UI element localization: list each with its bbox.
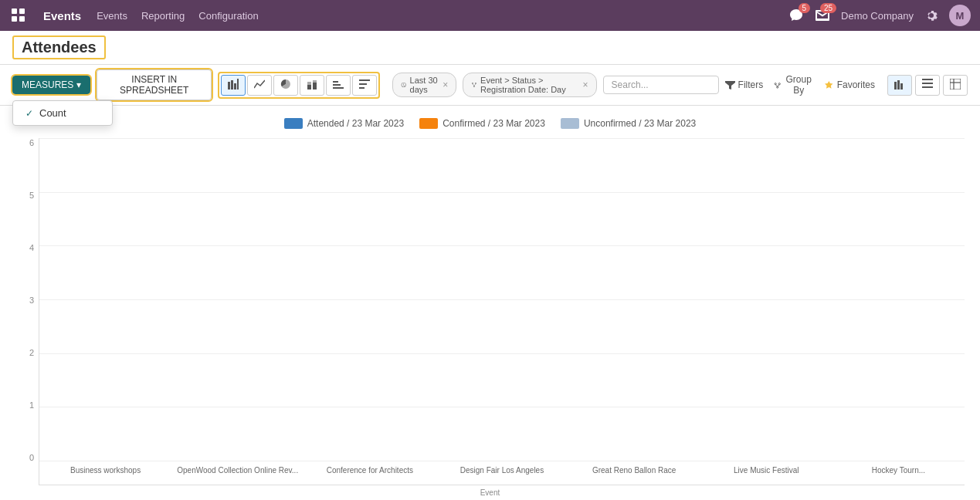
top-navigation: Events Events Reporting Configuration 5 … [0, 0, 980, 31]
svg-rect-7 [237, 79, 239, 90]
message-count: 25 [820, 3, 836, 13]
insert-spreadsheet-button[interactable]: INSERT IN SPREADSHEET [97, 69, 212, 100]
bar-group [829, 138, 961, 461]
svg-line-21 [473, 84, 474, 86]
legend-confirmed-color [419, 118, 438, 129]
bar-stack [853, 138, 938, 461]
bar-stack [328, 138, 413, 461]
toolbar: MEASURES ▾ INSERT IN SPREADSHEET Last 30… [0, 65, 980, 106]
x-label: Conference for Architects [303, 461, 436, 485]
svg-rect-29 [897, 80, 900, 90]
bar-group [568, 138, 699, 461]
menu-events[interactable]: Events [97, 10, 127, 22]
bar-group [305, 138, 436, 461]
settings-icon[interactable] [924, 8, 938, 22]
sort-desc-button[interactable] [352, 75, 377, 96]
y-axis: 6 5 4 3 2 1 0 [15, 138, 39, 485]
bar-group [175, 138, 306, 461]
legend-unconfirmed: Unconfirmed / 23 Mar 2023 [561, 118, 696, 129]
bar-group [699, 138, 830, 461]
list-view-button[interactable] [915, 75, 940, 96]
line-chart-button[interactable] [247, 75, 272, 96]
x-label: Business workshops [39, 461, 171, 485]
chart-area: Attended / 23 Mar 2023 Confirmed / 23 Ma… [0, 106, 980, 500]
measures-button[interactable]: MEASURES ▾ [12, 76, 90, 94]
svg-rect-30 [900, 83, 903, 90]
svg-rect-17 [359, 87, 365, 89]
filter-area: Last 30 days × Event > Status > Registra… [392, 73, 718, 97]
svg-rect-2 [12, 16, 17, 22]
bar-group [436, 138, 568, 461]
menu-configuration[interactable]: Configuration [198, 10, 258, 22]
x-label: OpenWood Collection Online Rev... [171, 461, 303, 485]
x-axis-title: Event [15, 488, 965, 497]
svg-point-20 [473, 86, 475, 87]
svg-rect-5 [231, 80, 233, 90]
date-filter-tag[interactable]: Last 30 days × [392, 73, 456, 97]
favorites-button[interactable]: Favorites [824, 79, 875, 90]
sort-asc-button[interactable] [326, 75, 351, 96]
date-filter-label: Last 30 days [410, 76, 440, 94]
chart-inner: Business workshopsOpenWood Collection On… [39, 138, 965, 485]
count-check-icon: ✓ [25, 108, 33, 119]
top-menu: Events Reporting Configuration [97, 10, 258, 22]
svg-rect-33 [922, 86, 933, 88]
page-title: Attendees [12, 35, 106, 59]
svg-rect-31 [922, 79, 933, 80]
chat-count: 5 [799, 3, 811, 13]
x-axis: Business workshopsOpenWood Collection On… [39, 461, 965, 485]
groupby-button[interactable]: Group By [774, 74, 812, 96]
company-name: Demo Company [841, 10, 914, 22]
stacked-chart-button[interactable] [300, 75, 324, 96]
measure-count-label: Count [39, 107, 66, 119]
chat-notifications[interactable]: 5 [788, 8, 804, 23]
measures-dropdown: ✓ Count [12, 100, 113, 126]
bar-stack [721, 138, 806, 461]
svg-rect-28 [894, 82, 897, 90]
view-switches [887, 75, 968, 96]
bars-container [39, 138, 965, 461]
svg-rect-0 [12, 8, 17, 14]
svg-line-26 [775, 84, 778, 86]
date-filter-close[interactable]: × [443, 79, 448, 90]
svg-rect-16 [359, 83, 367, 85]
chart-legend: Attended / 23 Mar 2023 Confirmed / 23 Ma… [15, 118, 965, 129]
measure-count-item[interactable]: ✓ Count [13, 101, 112, 125]
svg-rect-8 [307, 85, 311, 90]
svg-point-25 [777, 86, 778, 87]
apps-menu-icon[interactable] [9, 6, 28, 25]
groupby-filter-tag[interactable]: Event > Status > Registration Date: Day … [463, 73, 596, 97]
pivot-view-button[interactable] [943, 75, 968, 96]
legend-confirmed-label: Confirmed / 23 Mar 2023 [443, 118, 545, 129]
svg-rect-32 [922, 83, 933, 84]
graph-view-button[interactable] [887, 75, 912, 96]
bar-stack [197, 138, 282, 461]
x-label: Hockey Tourn... [832, 461, 965, 485]
menu-reporting[interactable]: Reporting [141, 10, 185, 22]
subheader: Attendees [0, 31, 980, 65]
svg-point-19 [475, 83, 476, 84]
message-notifications[interactable]: 25 [815, 8, 830, 23]
svg-rect-12 [333, 87, 344, 89]
x-label: Great Reno Ballon Race [568, 461, 700, 485]
svg-rect-34 [950, 79, 961, 90]
svg-line-27 [778, 84, 780, 86]
svg-rect-4 [228, 82, 230, 90]
svg-point-24 [778, 83, 780, 84]
bar-chart-button[interactable] [221, 75, 246, 96]
user-avatar[interactable]: M [949, 5, 971, 26]
search-box[interactable]: Search... [603, 76, 719, 94]
svg-rect-15 [359, 79, 370, 81]
pie-chart-button[interactable] [273, 75, 298, 96]
svg-rect-3 [19, 16, 25, 22]
svg-rect-1 [19, 8, 25, 14]
bar-group [43, 138, 175, 461]
bar-stack [591, 138, 676, 461]
svg-point-23 [775, 83, 776, 84]
groupby-filter-close[interactable]: × [583, 79, 588, 90]
svg-rect-6 [234, 83, 236, 90]
legend-attended-label: Attended / 23 Mar 2023 [307, 118, 404, 129]
svg-rect-14 [333, 81, 338, 83]
filters-button[interactable]: Filters [725, 79, 764, 90]
svg-rect-11 [313, 80, 317, 83]
